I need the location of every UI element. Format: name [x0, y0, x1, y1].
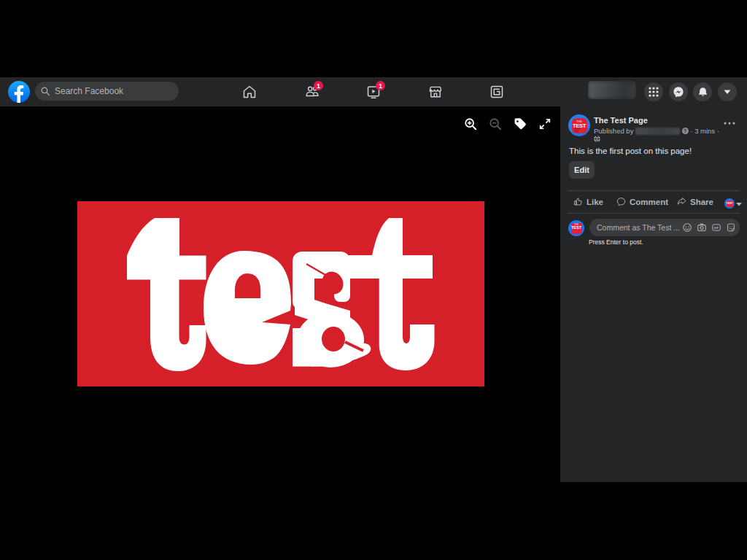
svg-text:GIF: GIF — [713, 226, 719, 230]
